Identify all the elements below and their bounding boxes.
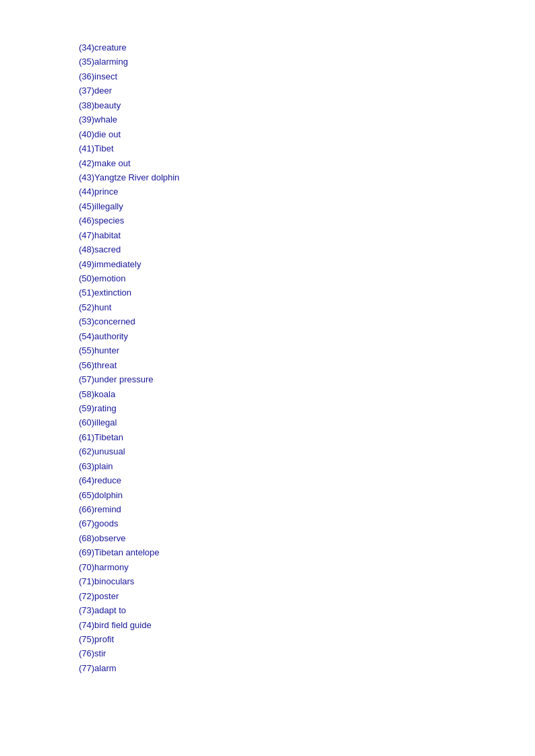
- list-item: (54)authority: [79, 329, 535, 343]
- list-item: (53)concerned: [79, 314, 535, 329]
- list-item: (72)poster: [79, 589, 535, 603]
- list-item: (46)species: [79, 213, 535, 228]
- list-item: (59)rating: [79, 401, 535, 415]
- list-item: (66)remind: [79, 502, 535, 516]
- vocabulary-list: (34)creature(35)alarming(36)insect(37)de…: [79, 40, 535, 675]
- list-item: (44)prince: [79, 184, 535, 199]
- list-item: (69)Tibetan antelope: [79, 545, 535, 559]
- list-item: (60)illegal: [79, 415, 535, 429]
- list-item: (67)goods: [79, 516, 535, 530]
- list-item: (50)emotion: [79, 271, 535, 285]
- list-item: (63)plain: [79, 459, 535, 473]
- list-item: (47)habitat: [79, 228, 535, 242]
- list-item: (51)extinction: [79, 285, 535, 300]
- list-item: (35)alarming: [79, 55, 535, 69]
- list-item: (77)alarm: [79, 661, 535, 675]
- list-item: (58)koala: [79, 387, 535, 401]
- list-item: (56)threat: [79, 358, 535, 372]
- list-item: (49)immediately: [79, 257, 535, 271]
- list-item: (48)sacred: [79, 242, 535, 256]
- list-item: (39)whale: [79, 112, 535, 127]
- list-item: (61)Tibetan: [79, 430, 535, 444]
- list-item: (52)hunt: [79, 300, 535, 314]
- list-item: (70)harmony: [79, 560, 535, 574]
- list-item: (34)creature: [79, 40, 535, 55]
- list-item: (65)dolphin: [79, 488, 535, 502]
- list-item: (75)profit: [79, 632, 535, 646]
- list-item: (64)reduce: [79, 473, 535, 487]
- list-item: (57)under pressure: [79, 372, 535, 386]
- list-item: (74)bird field guide: [79, 618, 535, 632]
- list-item: (36)insect: [79, 69, 535, 83]
- list-item: (62)unusual: [79, 444, 535, 458]
- list-item: (43)Yangtze River dolphin: [79, 170, 535, 184]
- list-item: (37)deer: [79, 83, 535, 98]
- list-item: (40)die out: [79, 127, 535, 141]
- list-item: (55)hunter: [79, 343, 535, 357]
- list-item: (42)make out: [79, 156, 535, 170]
- list-item: (76)stir: [79, 646, 535, 660]
- list-item: (71)binoculars: [79, 574, 535, 588]
- list-item: (68)observe: [79, 531, 535, 545]
- list-item: (41)Tibet: [79, 141, 535, 156]
- list-item: (38)beauty: [79, 98, 535, 112]
- list-item: (45)illegally: [79, 199, 535, 213]
- list-item: (73)adapt to: [79, 603, 535, 617]
